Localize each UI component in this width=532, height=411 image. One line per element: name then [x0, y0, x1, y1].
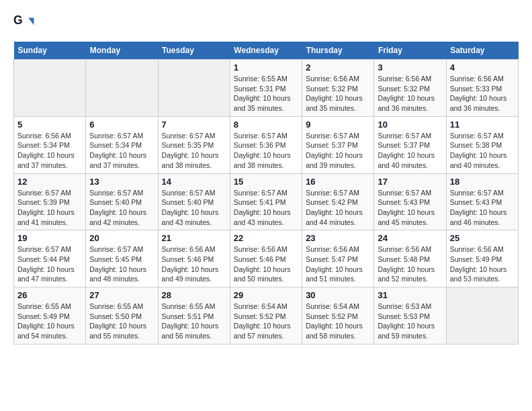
day-number: 21: [162, 233, 226, 243]
svg-marker-1: [28, 17, 34, 25]
calendar-cell: 29Sunrise: 6:54 AM Sunset: 5:52 PM Dayli…: [230, 287, 302, 345]
day-info: Sunrise: 6:56 AM Sunset: 5:47 PM Dayligh…: [306, 244, 370, 284]
calendar-cell: [446, 287, 518, 345]
day-info: Sunrise: 6:56 AM Sunset: 5:48 PM Dayligh…: [378, 244, 442, 284]
day-info: Sunrise: 6:57 AM Sunset: 5:43 PM Dayligh…: [378, 188, 442, 228]
calendar-cell: 22Sunrise: 6:56 AM Sunset: 5:46 PM Dayli…: [230, 230, 302, 287]
calendar-cell: 21Sunrise: 6:56 AM Sunset: 5:46 PM Dayli…: [158, 230, 230, 287]
day-number: 10: [378, 120, 442, 130]
day-number: 4: [450, 62, 515, 73]
day-number: 24: [378, 233, 442, 243]
day-number: 19: [17, 233, 82, 243]
day-info: Sunrise: 6:54 AM Sunset: 5:52 PM Dayligh…: [306, 302, 370, 341]
logo-icon: G: [13, 13, 35, 35]
day-info: Sunrise: 6:57 AM Sunset: 5:40 PM Dayligh…: [89, 188, 154, 228]
day-info: Sunrise: 6:57 AM Sunset: 5:35 PM Dayligh…: [162, 131, 226, 171]
calendar-cell: 11Sunrise: 6:57 AM Sunset: 5:38 PM Dayli…: [446, 116, 518, 173]
day-number: 6: [89, 120, 154, 130]
calendar-cell: [14, 60, 86, 117]
calendar-week-row: 19Sunrise: 6:57 AM Sunset: 5:44 PM Dayli…: [14, 230, 519, 287]
day-info: Sunrise: 6:55 AM Sunset: 5:50 PM Dayligh…: [89, 302, 154, 341]
day-number: 11: [450, 120, 515, 130]
day-info: Sunrise: 6:57 AM Sunset: 5:40 PM Dayligh…: [162, 188, 226, 228]
calendar-cell: 2Sunrise: 6:56 AM Sunset: 5:32 PM Daylig…: [302, 60, 374, 117]
weekday-header-saturday: Saturday: [446, 42, 518, 60]
calendar-cell: 24Sunrise: 6:56 AM Sunset: 5:48 PM Dayli…: [374, 230, 446, 287]
day-info: Sunrise: 6:56 AM Sunset: 5:49 PM Dayligh…: [450, 244, 515, 284]
calendar-cell: 4Sunrise: 6:56 AM Sunset: 5:33 PM Daylig…: [446, 60, 518, 117]
day-number: 3: [378, 62, 442, 73]
day-number: 22: [234, 233, 298, 243]
day-info: Sunrise: 6:57 AM Sunset: 5:38 PM Dayligh…: [450, 131, 515, 171]
day-number: 16: [306, 177, 370, 187]
calendar-cell: 13Sunrise: 6:57 AM Sunset: 5:40 PM Dayli…: [86, 173, 158, 230]
day-number: 28: [162, 290, 226, 300]
day-info: Sunrise: 6:56 AM Sunset: 5:33 PM Dayligh…: [450, 74, 515, 113]
day-number: 9: [306, 120, 370, 130]
calendar-cell: 20Sunrise: 6:57 AM Sunset: 5:45 PM Dayli…: [86, 230, 158, 287]
day-info: Sunrise: 6:57 AM Sunset: 5:44 PM Dayligh…: [17, 244, 82, 284]
calendar-cell: 9Sunrise: 6:57 AM Sunset: 5:37 PM Daylig…: [302, 116, 374, 173]
day-number: 23: [306, 233, 370, 243]
day-info: Sunrise: 6:57 AM Sunset: 5:43 PM Dayligh…: [450, 188, 515, 228]
day-info: Sunrise: 6:55 AM Sunset: 5:51 PM Dayligh…: [162, 302, 226, 341]
weekday-header-tuesday: Tuesday: [158, 42, 230, 60]
calendar-cell: 7Sunrise: 6:57 AM Sunset: 5:35 PM Daylig…: [158, 116, 230, 173]
calendar-cell: 30Sunrise: 6:54 AM Sunset: 5:52 PM Dayli…: [302, 287, 374, 345]
day-info: Sunrise: 6:57 AM Sunset: 5:42 PM Dayligh…: [306, 188, 370, 228]
day-info: Sunrise: 6:54 AM Sunset: 5:52 PM Dayligh…: [234, 302, 298, 341]
calendar-cell: [158, 60, 230, 117]
day-info: Sunrise: 6:57 AM Sunset: 5:37 PM Dayligh…: [306, 131, 370, 171]
day-info: Sunrise: 6:55 AM Sunset: 5:49 PM Dayligh…: [17, 302, 82, 341]
weekday-header-sunday: Sunday: [14, 42, 86, 60]
calendar-cell: 5Sunrise: 6:56 AM Sunset: 5:34 PM Daylig…: [14, 116, 86, 173]
day-number: 27: [89, 290, 154, 300]
calendar-cell: 23Sunrise: 6:56 AM Sunset: 5:47 PM Dayli…: [302, 230, 374, 287]
weekday-header-thursday: Thursday: [302, 42, 374, 60]
day-info: Sunrise: 6:56 AM Sunset: 5:32 PM Dayligh…: [378, 74, 442, 113]
day-info: Sunrise: 6:57 AM Sunset: 5:37 PM Dayligh…: [378, 131, 442, 171]
calendar-week-row: 12Sunrise: 6:57 AM Sunset: 5:39 PM Dayli…: [14, 173, 519, 230]
page-header: G: [13, 13, 519, 35]
calendar-cell: 26Sunrise: 6:55 AM Sunset: 5:49 PM Dayli…: [14, 287, 86, 345]
day-info: Sunrise: 6:56 AM Sunset: 5:32 PM Dayligh…: [306, 74, 370, 113]
calendar-cell: 1Sunrise: 6:55 AM Sunset: 5:31 PM Daylig…: [230, 60, 302, 117]
calendar-cell: 8Sunrise: 6:57 AM Sunset: 5:36 PM Daylig…: [230, 116, 302, 173]
day-info: Sunrise: 6:57 AM Sunset: 5:45 PM Dayligh…: [89, 244, 154, 284]
day-number: 30: [306, 290, 370, 300]
weekday-header-row: SundayMondayTuesdayWednesdayThursdayFrid…: [14, 42, 519, 60]
calendar-cell: 15Sunrise: 6:57 AM Sunset: 5:41 PM Dayli…: [230, 173, 302, 230]
weekday-header-monday: Monday: [86, 42, 158, 60]
day-number: 2: [306, 62, 370, 73]
calendar-cell: 19Sunrise: 6:57 AM Sunset: 5:44 PM Dayli…: [14, 230, 86, 287]
day-number: 1: [234, 62, 298, 73]
calendar-cell: [86, 60, 158, 117]
calendar-cell: 6Sunrise: 6:57 AM Sunset: 5:34 PM Daylig…: [86, 116, 158, 173]
weekday-header-friday: Friday: [374, 42, 446, 60]
day-info: Sunrise: 6:57 AM Sunset: 5:36 PM Dayligh…: [234, 131, 298, 171]
calendar-cell: 17Sunrise: 6:57 AM Sunset: 5:43 PM Dayli…: [374, 173, 446, 230]
calendar-cell: 10Sunrise: 6:57 AM Sunset: 5:37 PM Dayli…: [374, 116, 446, 173]
calendar-week-row: 1Sunrise: 6:55 AM Sunset: 5:31 PM Daylig…: [14, 60, 519, 117]
day-info: Sunrise: 6:53 AM Sunset: 5:53 PM Dayligh…: [378, 302, 442, 341]
calendar-cell: 16Sunrise: 6:57 AM Sunset: 5:42 PM Dayli…: [302, 173, 374, 230]
calendar-cell: 18Sunrise: 6:57 AM Sunset: 5:43 PM Dayli…: [446, 173, 518, 230]
day-number: 29: [234, 290, 298, 300]
day-number: 25: [450, 233, 515, 243]
calendar-table: SundayMondayTuesdayWednesdayThursdayFrid…: [13, 42, 519, 345]
day-info: Sunrise: 6:55 AM Sunset: 5:31 PM Dayligh…: [234, 74, 298, 113]
day-info: Sunrise: 6:57 AM Sunset: 5:34 PM Dayligh…: [89, 131, 154, 171]
day-number: 17: [378, 177, 442, 187]
day-info: Sunrise: 6:57 AM Sunset: 5:41 PM Dayligh…: [234, 188, 298, 228]
calendar-week-row: 5Sunrise: 6:56 AM Sunset: 5:34 PM Daylig…: [14, 116, 519, 173]
day-number: 18: [450, 177, 515, 187]
day-number: 15: [234, 177, 298, 187]
svg-text:G: G: [13, 13, 23, 27]
day-info: Sunrise: 6:56 AM Sunset: 5:34 PM Dayligh…: [17, 131, 82, 171]
day-number: 5: [17, 120, 82, 130]
calendar-cell: 14Sunrise: 6:57 AM Sunset: 5:40 PM Dayli…: [158, 173, 230, 230]
day-number: 7: [162, 120, 226, 130]
calendar-cell: 3Sunrise: 6:56 AM Sunset: 5:32 PM Daylig…: [374, 60, 446, 117]
calendar-cell: 27Sunrise: 6:55 AM Sunset: 5:50 PM Dayli…: [86, 287, 158, 345]
day-number: 31: [378, 290, 442, 300]
